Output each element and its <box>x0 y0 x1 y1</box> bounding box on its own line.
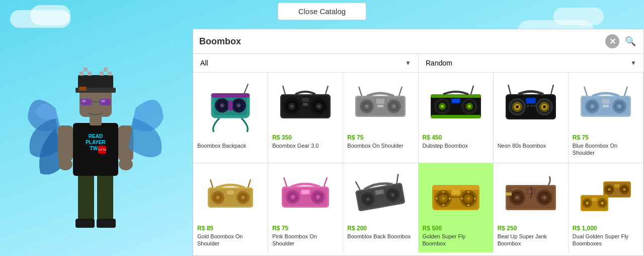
svg-rect-218 <box>592 198 597 201</box>
item-boombox-backpack[interactable]: Boombox Backpack <box>193 73 268 163</box>
svg-point-48 <box>290 105 293 108</box>
item-neon-80s-boombox[interactable]: Neon 80s Boombox <box>494 73 569 163</box>
svg-point-179 <box>474 198 476 200</box>
svg-rect-102 <box>534 105 536 107</box>
item-boombox-on-shoulder[interactable]: R$ 75 Boombox On Shoulder <box>343 73 418 163</box>
svg-point-12 <box>58 158 72 170</box>
item-image-dual-golden-super-fly-boomboxes <box>578 167 633 223</box>
item-image-dubstep-boombox <box>428 77 484 132</box>
item-name-neon-80s-boombox: Neon 80s Boombox <box>498 142 546 149</box>
svg-rect-41 <box>211 93 250 98</box>
svg-rect-25 <box>88 72 92 76</box>
clear-search-button[interactable]: ✕ <box>605 34 619 48</box>
svg-point-114 <box>618 105 620 108</box>
svg-line-103 <box>508 85 511 94</box>
category-arrow: ▼ <box>405 59 411 67</box>
item-name-gold-boombox-on-shoulder: Gold Boombox On Shoulder <box>197 233 264 247</box>
svg-rect-0 <box>78 173 94 224</box>
svg-line-104 <box>551 85 553 94</box>
svg-line-42 <box>245 84 249 93</box>
svg-rect-29 <box>79 87 87 91</box>
svg-point-39 <box>237 104 239 106</box>
svg-point-214 <box>586 202 589 205</box>
svg-point-217 <box>601 202 604 205</box>
sort-filter[interactable]: Random ▼ <box>419 54 643 72</box>
svg-rect-184 <box>455 196 457 198</box>
item-blue-boombox-on-shoulder[interactable]: R$ 75 Blue Boombox On Shoulder <box>569 73 643 163</box>
item-name-boombox-on-shoulder: Boombox On Shoulder <box>347 142 403 149</box>
svg-line-131 <box>248 179 251 187</box>
sort-arrow: ▼ <box>630 59 636 67</box>
filters-row: All ▼ Random ▼ <box>193 54 643 73</box>
svg-line-117 <box>584 87 587 96</box>
svg-rect-16 <box>80 99 92 105</box>
search-button[interactable]: 🔍 <box>623 34 637 48</box>
item-beat-up-super-jank-boombox[interactable]: R$ 250 Beat Up Super Jank Boombox <box>494 163 569 252</box>
item-image-pink-boombox-on-shoulder <box>278 167 333 223</box>
svg-rect-143 <box>302 190 309 194</box>
item-dual-golden-super-fly-boomboxes[interactable]: R$ 1,000 Dual Golden Super Fly Boomboxes <box>569 163 643 252</box>
svg-line-85 <box>471 86 473 94</box>
svg-rect-74 <box>431 115 481 118</box>
svg-point-171 <box>442 204 444 206</box>
svg-point-169 <box>436 198 438 200</box>
svg-point-137 <box>292 196 294 199</box>
item-name-golden-super-fly-boombox: Golden Super Fly Boombox <box>423 233 489 247</box>
svg-rect-84 <box>452 99 459 102</box>
svg-rect-101 <box>530 105 533 107</box>
item-price-boombox-gear-30: R$ 350 <box>272 134 292 141</box>
svg-rect-23 <box>79 72 84 76</box>
svg-point-170 <box>449 198 451 200</box>
svg-point-78 <box>441 105 444 108</box>
svg-point-177 <box>467 191 469 193</box>
svg-point-62 <box>366 105 368 108</box>
svg-point-13 <box>119 158 133 170</box>
item-boomblox-back-boombox[interactable]: R$ 200 Boomblox Back Boombox <box>343 163 418 252</box>
svg-rect-2 <box>75 219 95 228</box>
svg-rect-10 <box>58 125 73 161</box>
close-catalog-button[interactable]: Close Catalog <box>278 3 366 20</box>
svg-line-158 <box>356 181 360 190</box>
svg-rect-27 <box>104 68 108 72</box>
item-name-beat-up-super-jank-boombox: Beat Up Super Jank Boombox <box>498 233 564 247</box>
svg-text:READ: READ <box>89 134 103 139</box>
svg-rect-99 <box>527 99 535 103</box>
character-svg: READ PLAYER TWO VOTE <box>25 17 166 249</box>
items-grid: Boombox Backpack <box>193 73 643 252</box>
svg-rect-129 <box>227 190 234 195</box>
svg-rect-185 <box>458 196 460 198</box>
svg-point-176 <box>467 198 469 200</box>
item-price-gold-boombox-on-shoulder: R$ 85 <box>197 225 213 232</box>
svg-point-110 <box>591 105 593 108</box>
svg-rect-53 <box>302 98 309 102</box>
item-golden-super-fly-boombox[interactable]: R$ 500 Golden Super Fly Boombox <box>419 163 494 252</box>
item-image-boomblox-back-boombox <box>353 167 408 223</box>
svg-line-130 <box>210 179 213 187</box>
category-filter[interactable]: All ▼ <box>193 54 419 72</box>
item-price-beat-up-super-jank-boombox: R$ 250 <box>498 225 517 232</box>
svg-rect-20 <box>101 100 105 102</box>
svg-point-82 <box>468 105 471 108</box>
cloud-4 <box>553 8 604 25</box>
svg-point-180 <box>467 204 469 206</box>
catalog-panel: ✕ 🔍 All ▼ Random ▼ <box>193 29 644 256</box>
svg-point-124 <box>217 197 219 199</box>
svg-point-205 <box>608 188 611 191</box>
svg-rect-28 <box>108 72 112 76</box>
item-dubstep-boombox[interactable]: R$ 450 Dubstep Boombox <box>419 73 494 163</box>
svg-line-145 <box>324 177 327 186</box>
item-gold-boombox-on-shoulder[interactable]: R$ 85 Gold Boombox On Shoulder <box>193 163 268 252</box>
item-price-dual-golden-super-fly-boomboxes: R$ 1,000 <box>573 225 597 232</box>
item-pink-boombox-on-shoulder[interactable]: R$ 75 Pink Boombox On Shoulder <box>268 163 343 252</box>
svg-line-144 <box>284 177 287 186</box>
search-input[interactable] <box>199 36 601 47</box>
svg-point-168 <box>442 191 444 193</box>
svg-point-66 <box>393 105 395 108</box>
sort-value: Random <box>426 59 452 67</box>
item-image-boombox-on-shoulder <box>353 77 408 132</box>
item-boombox-gear-30[interactable]: R$ 350 Boombox Gear 3.0 <box>268 73 343 163</box>
svg-rect-183 <box>452 196 454 198</box>
svg-rect-19 <box>82 100 86 102</box>
svg-point-197 <box>543 196 546 199</box>
svg-point-92 <box>516 105 519 108</box>
